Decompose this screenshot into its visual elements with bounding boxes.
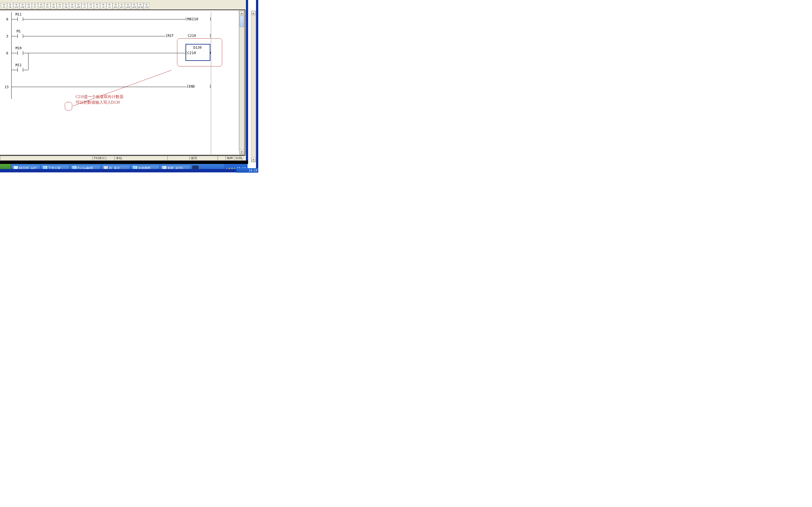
- instruction-box[interactable]: [RST: [165, 34, 174, 38]
- contact-label: M11: [15, 63, 22, 67]
- toolbar-button[interactable]: ⊡aF5: [112, 3, 119, 9]
- instruction-box[interactable]: [END: [187, 84, 195, 89]
- toolbar-button[interactable]: ⊡F5: [1, 3, 7, 9]
- contact-no[interactable]: [15, 16, 26, 22]
- toolbar-button[interactable]: ⊡F6: [50, 3, 57, 9]
- inner-scrollbar[interactable]: ▲ ▼: [239, 11, 244, 154]
- secondary-clock: 14:13: [236, 168, 258, 173]
- toolbar-button[interactable]: ⊡F7: [32, 3, 38, 9]
- scroll-up-icon[interactable]: ▲: [251, 11, 255, 15]
- toolbar-button[interactable]: ⊡F7: [57, 3, 63, 9]
- statusbar: FX1N(C) 本站 改写 NUM SCRL: [0, 156, 245, 161]
- status-host: 本站: [114, 156, 167, 160]
- toolbar-button[interactable]: ⊡c4: [100, 3, 106, 9]
- step-number: 0: [6, 17, 8, 21]
- contact-no[interactable]: [15, 50, 26, 56]
- toolbar-button[interactable]: ⊡aF8: [125, 3, 131, 9]
- toolbar-button[interactable]: ⊡c5: [106, 3, 112, 9]
- contact-label: M1: [17, 29, 20, 33]
- step-number: 13: [4, 85, 8, 89]
- step-number: 6: [6, 51, 8, 55]
- ladder-canvas[interactable]: 0 M11 ( M8210 ) 3 M1 [RST C210 ] 6 M10: [0, 10, 239, 151]
- instruction-close: ]: [209, 34, 211, 38]
- scroll-down-icon[interactable]: ▼: [251, 158, 255, 162]
- toolbar-button[interactable]: ⊡F8: [63, 3, 69, 9]
- toolbar-button[interactable]: ⊡F6: [7, 3, 13, 9]
- status-scrl: SCRL: [234, 156, 244, 160]
- scroll-up-icon[interactable]: ▲: [240, 11, 244, 15]
- status-plc: FX1N(C): [93, 156, 114, 160]
- toolbar-button[interactable]: ⊡cF9: [144, 3, 150, 9]
- toolbar-button[interactable]: ⊡F5: [44, 3, 50, 9]
- status-mode: 改写: [190, 156, 218, 160]
- toolbar-button[interactable]: ⊡sF9: [75, 3, 82, 9]
- toolbar-button[interactable]: ⊡aF7: [119, 3, 125, 9]
- toolbar-button[interactable]: ⊡aF9: [131, 3, 137, 9]
- counter-setvalue: D130: [193, 46, 202, 50]
- step-number: 3: [6, 34, 8, 38]
- ladder-editor[interactable]: 0 M11 ( M8210 ) 3 M1 [RST C210 ] 6 M10: [0, 10, 245, 156]
- contact-no[interactable]: [15, 67, 26, 73]
- annotation-text: C210是一个低速双向计数器 可以把数值输入写入D130: [75, 94, 123, 105]
- scroll-thumb[interactable]: [240, 16, 244, 27]
- toolbar: ⊡F5⊡F6⊡sF5⊡sF6⊡F8⊡F7⊡sF7⊡F5⊡F6⊡F7⊡F8⊡F9⊡…: [0, 0, 245, 10]
- toolbar-button[interactable]: ⊡F8: [26, 3, 32, 9]
- instruction-close: ]: [209, 84, 211, 89]
- toolbar-button[interactable]: ⊡c3: [94, 3, 100, 9]
- instruction-arg: C210: [188, 34, 196, 38]
- toolbar-button[interactable]: ⊡sF7: [38, 3, 44, 9]
- toolbar-button[interactable]: ⊡aF10: [137, 3, 144, 9]
- contact-label: M11: [15, 12, 22, 16]
- scroll-down-icon[interactable]: ▼: [240, 150, 244, 154]
- outer-scrollbar[interactable]: ▲ ▼: [251, 11, 256, 162]
- toolbar-button[interactable]: ⊡F9: [69, 3, 75, 9]
- status-num: NUM: [225, 156, 234, 160]
- toolbar-button[interactable]: ⊡c2: [88, 3, 94, 9]
- toolbar-button[interactable]: ⊡sF6: [19, 3, 26, 9]
- annotation-marker: [65, 102, 72, 110]
- toolbar-button[interactable]: ⊡c1: [82, 3, 88, 9]
- contact-label: M10: [15, 46, 22, 50]
- contact-no[interactable]: [15, 33, 26, 39]
- toolbar-button[interactable]: ⊡sF5: [13, 3, 19, 9]
